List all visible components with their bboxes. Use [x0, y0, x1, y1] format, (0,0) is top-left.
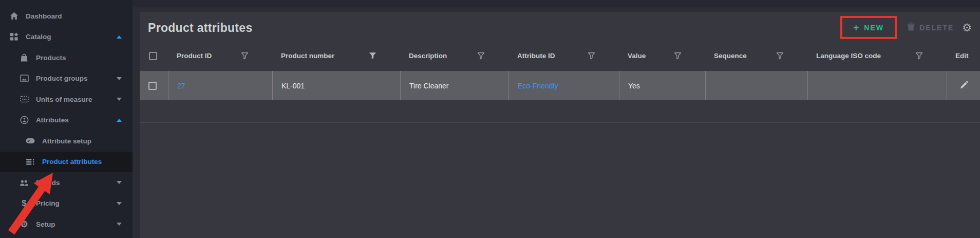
sidebar-item-label: Dashboard: [26, 12, 62, 20]
home-icon: [9, 11, 19, 21]
sidebar-item-label: Units of measure: [36, 96, 92, 103]
sidebar-item-pricing[interactable]: $ Pricing: [0, 193, 133, 214]
row-checkbox[interactable]: [148, 82, 157, 90]
sidebar-item-attribute-setup[interactable]: Attribute setup: [0, 131, 133, 152]
header-cell-attribute-id[interactable]: Attribute ID: [508, 41, 619, 71]
sidebar-item-attributes[interactable]: Attributes: [0, 110, 133, 131]
header-cell-value[interactable]: Value: [619, 41, 705, 71]
sidebar: Dashboard Catalog Products Product group…: [0, 0, 133, 238]
person-circle-icon: [19, 116, 29, 125]
dollar-icon: $: [19, 199, 29, 208]
sidebar-item-label: Products: [36, 54, 66, 62]
page-title: Product attributes: [148, 21, 252, 35]
header-cell-product-number[interactable]: Product number: [272, 41, 400, 71]
filter-icon-active[interactable]: [369, 52, 376, 60]
select-all-checkbox[interactable]: [149, 52, 157, 60]
table-header: Product ID Product number Description At…: [140, 41, 980, 71]
gear-icon: ⚙: [962, 22, 972, 33]
row-cell-edit: [947, 71, 980, 100]
sidebar-item-product-attributes[interactable]: Product attributes: [0, 152, 133, 173]
sidebar-item-product-groups[interactable]: Product groups: [0, 68, 133, 89]
product-id-link[interactable]: 27: [177, 82, 185, 90]
sidebar-item-label: Catalog: [26, 33, 51, 41]
header-cell-product-id[interactable]: Product ID: [168, 41, 272, 71]
header-cell-language-iso-code[interactable]: Language ISO code: [807, 41, 947, 71]
chevron-up-icon[interactable]: [117, 35, 122, 39]
sidebar-item-products[interactable]: Products: [0, 47, 133, 68]
filter-icon[interactable]: [588, 52, 595, 60]
shopping-bag-icon: [19, 53, 29, 62]
row-cell-description: Tire Cleaner: [400, 71, 508, 100]
edit-pencil-icon[interactable]: [959, 80, 969, 91]
image-icon: [19, 74, 29, 83]
chevron-down-icon[interactable]: [117, 98, 122, 101]
catalog-icon: [9, 32, 19, 42]
chevron-down-icon[interactable]: [117, 223, 122, 226]
chevron-down-icon[interactable]: [117, 77, 122, 80]
row-cell-language-iso-code: [807, 71, 947, 100]
new-button[interactable]: + NEW: [842, 18, 895, 37]
people-icon: [19, 178, 29, 187]
sidebar-item-brands[interactable]: Brands: [0, 172, 133, 193]
sidebar-item-label: Pricing: [36, 199, 60, 207]
header-cell-sequence[interactable]: Sequence: [705, 41, 807, 71]
chevron-up-icon[interactable]: [117, 119, 122, 122]
sidebar-item-dashboard[interactable]: Dashboard: [0, 6, 133, 27]
chevron-down-icon[interactable]: [117, 181, 122, 184]
toolbar-actions: + NEW DELETE ⚙: [840, 16, 972, 39]
row-cell-attribute-id: Eco-Friendly: [508, 71, 619, 100]
header-cell-edit: Edit: [947, 41, 980, 71]
sidebar-item-units-of-measure[interactable]: Units of measure: [0, 89, 133, 110]
sidebar-item-label: Brands: [36, 179, 60, 187]
filter-icon[interactable]: [241, 52, 249, 60]
filter-icon[interactable]: [477, 52, 485, 60]
sidebar-item-label: Attributes: [36, 116, 69, 124]
header-cell-select: [140, 41, 168, 71]
sidebar-item-label: Product groups: [36, 75, 88, 82]
content-panel: Product attributes + NEW DELETE ⚙ Produc…: [140, 12, 980, 238]
header-cell-description[interactable]: Description: [400, 41, 508, 71]
sidebar-item-catalog[interactable]: Catalog: [0, 27, 133, 48]
filter-icon[interactable]: [776, 52, 784, 60]
sidebar-item-setup[interactable]: ⚙ Setup: [0, 214, 133, 235]
toggle-check-icon: [25, 136, 35, 145]
filter-icon[interactable]: [674, 52, 682, 60]
plus-icon: +: [853, 23, 859, 32]
row-cell-product-number: KL-001: [272, 71, 400, 100]
list-icon: [25, 157, 35, 167]
grid-settings-button[interactable]: ⚙: [962, 22, 972, 33]
delete-button[interactable]: DELETE: [907, 22, 954, 33]
attribute-id-link[interactable]: Eco-Friendly: [518, 82, 558, 90]
new-button-label: NEW: [864, 24, 884, 32]
table-row: 27 KL-001 Tire Cleaner Eco-Friendly Yes: [140, 71, 980, 100]
top-strip: [133, 0, 980, 7]
sidebar-item-label: Attribute setup: [42, 137, 91, 145]
row-cell-product-id: 27: [168, 71, 272, 100]
panel-divider: [140, 122, 980, 123]
annotation-highlight-box: + NEW: [840, 16, 897, 39]
row-cell-value: Yes: [619, 71, 705, 100]
row-cell-sequence: [705, 71, 807, 100]
delete-button-label: DELETE: [919, 24, 954, 32]
trash-icon: [907, 22, 915, 33]
sidebar-item-label: Setup: [36, 221, 55, 228]
filter-icon[interactable]: [915, 52, 923, 60]
sidebar-item-label: Product attributes: [42, 158, 102, 166]
units-of-measure-icon: [19, 95, 29, 104]
gear-icon: ⚙: [19, 219, 29, 229]
row-cell-select: [140, 71, 168, 100]
chevron-down-icon[interactable]: [117, 202, 122, 205]
